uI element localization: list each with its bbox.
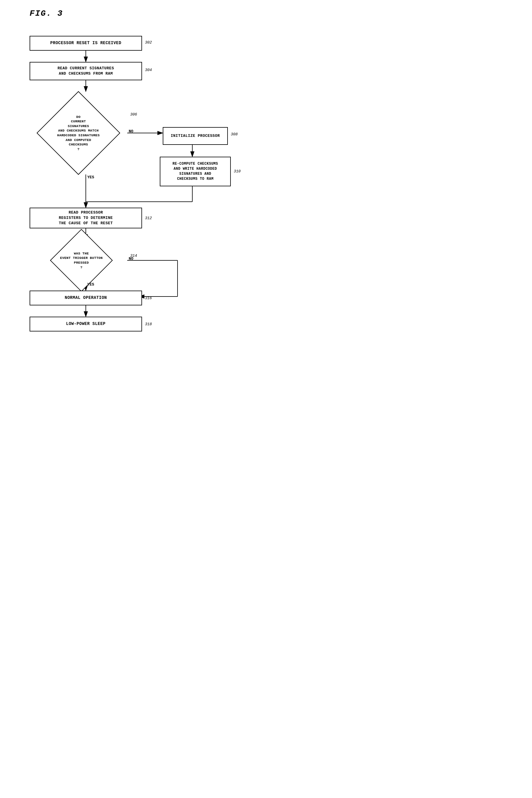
figure-title: FIG. 3 — [30, 9, 260, 18]
node-302: PROCESSOR RESET IS RECEIVED — [30, 36, 142, 51]
ref-304: 304 — [145, 68, 152, 72]
yes-306: YES — [87, 175, 94, 180]
node-318: LOW-POWER SLEEP — [30, 316, 142, 331]
ref-310: 310 — [234, 169, 241, 174]
node-308: INITIALIZE PROCESSOR — [163, 127, 228, 145]
node-312: READ PROCESSOR REGISTERS TO DETERMINE TH… — [30, 207, 142, 229]
ref-308: 308 — [231, 132, 238, 137]
yes-314: YES — [87, 282, 94, 287]
ref-316: 316 — [145, 296, 152, 301]
ref-318: 318 — [145, 322, 152, 326]
ref-302: 302 — [145, 40, 152, 45]
node-304: READ CURRENT SIGNATURES AND CHECKSUMS FR… — [30, 62, 142, 80]
flowchart: PROCESSOR RESET IS RECEIVED 302 READ CUR… — [6, 27, 260, 397]
ref-312: 312 — [145, 216, 152, 220]
page: FIG. 3 — [0, 0, 266, 406]
node-310: RE-COMPUTE CHECKSUMS AND WRITE HARDCODED… — [160, 157, 231, 186]
node-316: NORMAL OPERATION — [30, 291, 142, 305]
no-314: NO — [129, 256, 133, 261]
no-306: NO — [129, 129, 133, 133]
node-306: DO CURRENT SIGNATURES AND CHECKSUMS MATC… — [30, 92, 127, 175]
node-314: WAS THE EVENT TRIGGER BUTTON PRESSED ? — [36, 240, 127, 281]
ref-306: 306 — [130, 112, 137, 117]
